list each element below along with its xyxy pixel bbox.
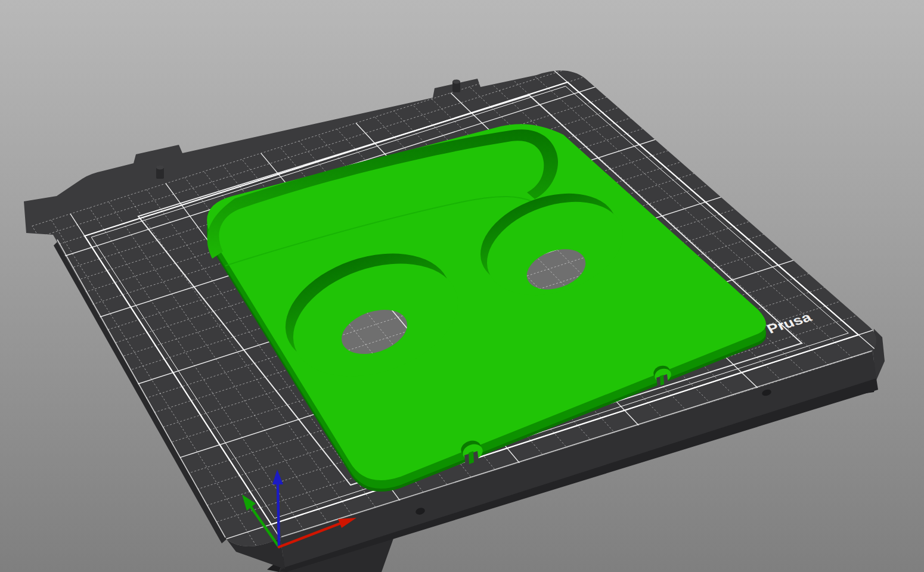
3d-viewport[interactable]: 4 Prusa (0, 0, 924, 572)
bed-peg-left-top (156, 166, 164, 170)
z-axis-arrow (278, 484, 279, 547)
notch-right-tab (660, 375, 664, 386)
scene-canvas[interactable]: 4 Prusa (0, 0, 924, 572)
notch-left-tab (469, 451, 474, 464)
bed-peg-right-top (452, 80, 460, 84)
